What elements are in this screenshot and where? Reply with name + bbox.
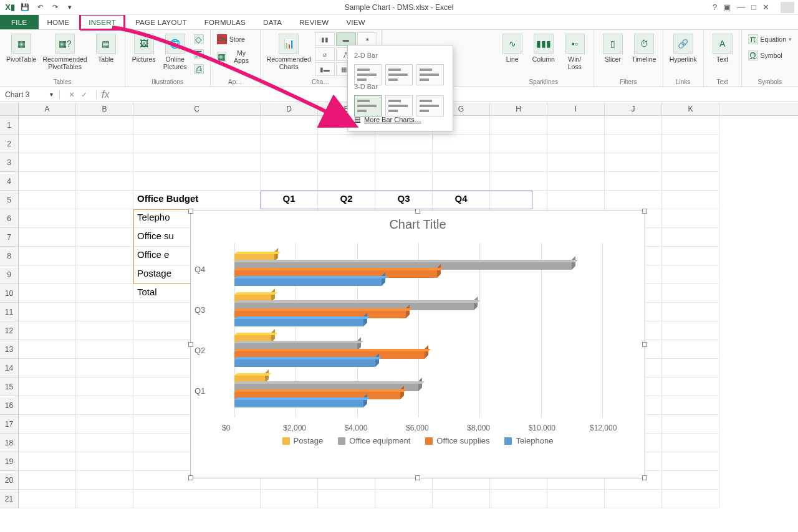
hierarchy-chart-button[interactable]: ⌀ (315, 47, 335, 61)
cell[interactable] (19, 452, 76, 471)
cell[interactable] (133, 490, 261, 508)
smartart-button[interactable]: ☶ (191, 47, 206, 61)
slicer-button[interactable]: ▯Slicer (598, 32, 628, 64)
cell[interactable] (261, 135, 318, 153)
sparkline-winloss-button[interactable]: ▪▫Win/ Loss (560, 32, 590, 72)
sparkline-column-button[interactable]: ▮▮▮Column (529, 32, 559, 72)
cell[interactable] (19, 359, 76, 378)
worksheet-grid[interactable]: A B C D E F G H I J K 12345Office Budget… (0, 102, 798, 532)
cell[interactable] (76, 490, 133, 508)
legend-item[interactable]: Office equipment (338, 436, 410, 445)
cell[interactable] (19, 284, 76, 303)
row-header[interactable]: 7 (0, 228, 19, 247)
cell[interactable] (19, 396, 76, 415)
tab-file[interactable]: FILE (0, 15, 39, 29)
cell[interactable] (605, 135, 662, 153)
screenshot-button[interactable]: ⎙ (191, 62, 206, 76)
cell[interactable] (19, 153, 76, 172)
row-header[interactable]: 1 (0, 116, 19, 135)
cell[interactable]: Q2 (318, 191, 375, 209)
close-icon[interactable]: ✕ (762, 2, 769, 12)
cell[interactable] (76, 191, 133, 209)
cell[interactable] (76, 303, 133, 321)
cell[interactable] (433, 172, 490, 191)
cell[interactable]: Q3 (375, 191, 433, 209)
cell[interactable] (547, 191, 605, 209)
store-button[interactable]: 🛍Store (214, 32, 256, 46)
cell[interactable] (19, 228, 76, 247)
cell[interactable] (19, 209, 76, 228)
equation-button[interactable]: πEquation▾ (746, 32, 794, 46)
cell[interactable] (547, 172, 605, 191)
col-header[interactable]: A (19, 102, 76, 115)
cell[interactable] (662, 378, 719, 396)
recommended-charts-button[interactable]: 📊Recommended Charts (264, 32, 314, 76)
cell[interactable] (261, 153, 318, 172)
row-header[interactable]: 15 (0, 378, 19, 396)
col-header[interactable]: H (490, 102, 547, 115)
cell[interactable] (76, 209, 133, 228)
col-header[interactable]: I (547, 102, 605, 115)
cell[interactable] (76, 359, 133, 378)
cell[interactable] (662, 153, 719, 172)
user-avatar-icon[interactable] (781, 2, 794, 13)
row-header[interactable]: 2 (0, 135, 19, 153)
pivottable-button[interactable]: ▦PivotTable (4, 32, 39, 72)
ribbon-options-icon[interactable]: ▣ (723, 2, 731, 12)
cell[interactable] (318, 490, 375, 508)
cell[interactable] (662, 247, 719, 265)
cell[interactable]: Q4 (433, 191, 490, 209)
cell[interactable] (490, 191, 547, 209)
cell[interactable] (662, 172, 719, 191)
cell[interactable] (662, 359, 719, 378)
cell[interactable] (19, 303, 76, 321)
textbox-button[interactable]: AText (708, 32, 738, 64)
chart-legend[interactable]: PostageOffice equipmentOffice suppliesTe… (191, 436, 645, 445)
cell[interactable] (261, 172, 318, 191)
pictures-button[interactable]: 🖼Pictures (129, 32, 159, 76)
cell[interactable] (76, 284, 133, 303)
cell[interactable] (605, 490, 662, 508)
row-header[interactable]: 19 (0, 452, 19, 471)
stock-chart-button[interactable]: ✶ (357, 32, 377, 46)
cell[interactable] (19, 247, 76, 265)
tab-data[interactable]: DATA (254, 15, 291, 29)
cell[interactable] (76, 172, 133, 191)
col-header[interactable]: K (662, 102, 719, 115)
tab-review[interactable]: REVIEW (291, 15, 337, 29)
cell[interactable] (662, 452, 719, 471)
cell[interactable] (662, 340, 719, 359)
col-header[interactable]: D (261, 102, 318, 115)
bar-chart-button[interactable]: ▬ (336, 32, 356, 46)
timeline-button[interactable]: ⏱Timeline (629, 32, 659, 64)
shapes-button[interactable]: ◇ (191, 32, 206, 46)
cell[interactable] (19, 191, 76, 209)
bar-telephone[interactable] (234, 278, 382, 286)
cell[interactable] (490, 172, 547, 191)
minimize-icon[interactable]: — (737, 2, 745, 12)
bar-3d-clustered[interactable] (354, 95, 382, 116)
myapps-button[interactable]: ▦My Apps (214, 50, 256, 64)
cell[interactable] (662, 209, 719, 228)
cell[interactable] (261, 116, 318, 135)
row-header[interactable]: 5 (0, 191, 19, 209)
cell[interactable] (76, 396, 133, 415)
select-all-corner[interactable] (0, 102, 19, 115)
enter-formula-icon[interactable]: ✓ (81, 90, 87, 99)
cell[interactable] (19, 378, 76, 396)
cell[interactable] (605, 172, 662, 191)
cell[interactable] (76, 471, 133, 490)
online-pictures-button[interactable]: 🌐Online Pictures (160, 32, 190, 76)
embedded-chart[interactable]: Chart Title $0$2,000$4,000$6,000$8,000$1… (190, 211, 645, 478)
tab-home[interactable]: HOME (39, 15, 79, 29)
cell[interactable] (133, 172, 261, 191)
cell[interactable] (433, 153, 490, 172)
cell[interactable] (19, 135, 76, 153)
cell[interactable] (662, 490, 719, 508)
row-header[interactable]: 16 (0, 396, 19, 415)
cell[interactable]: Office Budget (133, 191, 261, 209)
cell[interactable] (662, 303, 719, 321)
cell[interactable] (76, 153, 133, 172)
cell[interactable] (433, 490, 490, 508)
cell[interactable] (76, 135, 133, 153)
